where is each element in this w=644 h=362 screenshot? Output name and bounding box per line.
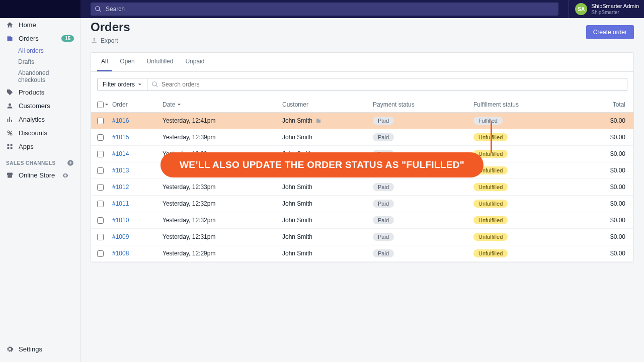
row-checkbox[interactable]: [97, 201, 104, 207]
filter-orders-button[interactable]: Filter orders: [97, 78, 147, 91]
search-box[interactable]: [91, 3, 558, 16]
table-row[interactable]: #1008Yesterday, 12:29pmJohn SmithPaidUnf…: [91, 245, 633, 262]
row-checkbox[interactable]: [97, 118, 104, 124]
col-total[interactable]: Total: [584, 101, 627, 108]
search-input[interactable]: [106, 6, 554, 13]
order-id[interactable]: #1009: [112, 233, 163, 240]
order-id[interactable]: #1013: [112, 167, 163, 174]
nav-home[interactable]: Home: [0, 18, 80, 32]
payment-status: Paid: [373, 150, 473, 158]
order-search[interactable]: [147, 78, 627, 91]
order-id[interactable]: #1012: [112, 184, 163, 191]
table-row[interactable]: #1015Yesterday, 12:39pmJohn SmithPaidUnf…: [91, 129, 633, 146]
filter-label: Filter orders: [103, 81, 135, 88]
caret-down-icon: [138, 82, 142, 86]
table-row[interactable]: #1012Yesterday, 12:33pmJohn SmithPaidUnf…: [91, 179, 633, 196]
col-fulfill[interactable]: Fulfillment status: [473, 101, 584, 108]
row-check[interactable]: [97, 134, 112, 141]
export-button[interactable]: Export: [91, 37, 130, 44]
order-total: $0.00: [584, 117, 627, 124]
table-row[interactable]: #1011Yesterday, 12:32pmJohn SmithPaidUnf…: [91, 196, 633, 212]
order-id[interactable]: #1010: [112, 217, 163, 224]
order-link[interactable]: #1014: [112, 150, 129, 157]
order-id[interactable]: #1008: [112, 250, 163, 257]
col-date[interactable]: Date: [163, 101, 282, 108]
order-link[interactable]: #1012: [112, 184, 129, 191]
tab-unpaid[interactable]: Unpaid: [181, 53, 208, 71]
nav-orders[interactable]: Orders 15: [0, 32, 80, 45]
nav-abandoned[interactable]: Abandoned checkouts: [0, 67, 80, 85]
select-all[interactable]: [97, 102, 112, 108]
order-link[interactable]: #1013: [112, 167, 129, 174]
payment-status: Paid: [373, 183, 473, 191]
nav-apps[interactable]: Apps: [0, 140, 80, 153]
row-checkbox[interactable]: [97, 134, 104, 141]
order-link[interactable]: #1011: [112, 200, 129, 207]
user-text: ShipSmarter Admin ShipSmarter: [591, 3, 639, 15]
tab-open[interactable]: Open: [116, 53, 138, 71]
fulfillment-status: Unfulfilled: [473, 183, 584, 191]
sidebar: Home Orders 15 All orders Drafts Abandon…: [0, 18, 80, 362]
order-id[interactable]: #1011: [112, 200, 163, 207]
table-row[interactable]: #1010Yesterday, 12:32pmJohn SmithPaidUnf…: [91, 212, 633, 229]
row-check[interactable]: [97, 184, 112, 191]
nav-label: Orders: [19, 35, 39, 42]
order-link[interactable]: #1009: [112, 233, 129, 240]
row-checkbox[interactable]: [97, 250, 104, 257]
row-check[interactable]: [97, 167, 112, 174]
row-check[interactable]: [97, 217, 112, 224]
order-customer: John Smith: [282, 250, 373, 257]
row-check[interactable]: [97, 250, 112, 257]
row-check[interactable]: [97, 234, 112, 240]
discounts-icon: [6, 129, 14, 137]
row-check[interactable]: [97, 201, 112, 207]
caret-down-icon[interactable]: [105, 103, 109, 107]
nav-discounts[interactable]: Discounts: [0, 126, 80, 140]
col-payment[interactable]: Payment status: [373, 101, 473, 108]
fulfillment-status: Unfulfilled: [473, 133, 584, 141]
order-link[interactable]: #1016: [112, 117, 129, 124]
order-id[interactable]: #1016: [112, 117, 163, 124]
row-check[interactable]: [97, 118, 112, 124]
row-checkbox[interactable]: [97, 184, 104, 191]
tab-all[interactable]: All: [97, 53, 112, 71]
logo-area: [0, 0, 80, 18]
search-icon: [151, 81, 158, 88]
row-checkbox[interactable]: [97, 167, 104, 174]
row-checkbox[interactable]: [97, 234, 104, 240]
order-link[interactable]: #1008: [112, 250, 129, 257]
order-search-input[interactable]: [162, 81, 623, 88]
order-id[interactable]: #1015: [112, 134, 163, 141]
fulfillment-status: Unfulfilled: [473, 200, 584, 208]
page-head: Orders Export Create order: [91, 18, 634, 44]
row-checkbox[interactable]: [97, 217, 104, 224]
nav-online-store[interactable]: Online Store: [0, 168, 80, 182]
order-total: $0.00: [584, 150, 627, 157]
col-order[interactable]: Order: [112, 101, 163, 108]
select-all-checkbox[interactable]: [97, 102, 104, 108]
nav-all-orders[interactable]: All orders: [0, 45, 80, 56]
eye-icon[interactable]: [62, 172, 69, 179]
table-row[interactable]: #1013Yesterday, 12:33pmJohn SmithPaidUnf…: [91, 162, 633, 179]
row-checkbox[interactable]: [97, 151, 104, 157]
col-date-label: Date: [163, 101, 175, 108]
table-head: Order Date Customer Payment status Fulfi…: [91, 97, 633, 113]
row-check[interactable]: [97, 151, 112, 157]
user-menu[interactable]: SA ShipSmarter Admin ShipSmarter: [575, 3, 644, 15]
order-link[interactable]: #1010: [112, 217, 129, 224]
table-row[interactable]: #1014Yesterday, 12:39pmJohn SmithPaidUnf…: [91, 146, 633, 162]
table-row[interactable]: #1009Yesterday, 12:31pmJohn SmithPaidUnf…: [91, 229, 633, 245]
nav-products[interactable]: Products: [0, 85, 80, 99]
order-link[interactable]: #1015: [112, 134, 129, 141]
create-order-button[interactable]: Create order: [586, 25, 634, 39]
nav-customers[interactable]: Customers: [0, 99, 80, 113]
nav-drafts[interactable]: Drafts: [0, 56, 80, 67]
add-channel-icon[interactable]: [67, 159, 74, 166]
nav-analytics[interactable]: Analytics: [0, 113, 80, 126]
nav-label: Products: [19, 88, 44, 96]
col-customer[interactable]: Customer: [282, 101, 373, 108]
table-row[interactable]: #1016Yesterday, 12:41pmJohn SmithPaidFul…: [91, 113, 633, 129]
order-id[interactable]: #1014: [112, 150, 163, 157]
tab-unfulfilled[interactable]: Unfulfilled: [143, 53, 178, 71]
nav-settings[interactable]: Settings: [0, 342, 80, 356]
